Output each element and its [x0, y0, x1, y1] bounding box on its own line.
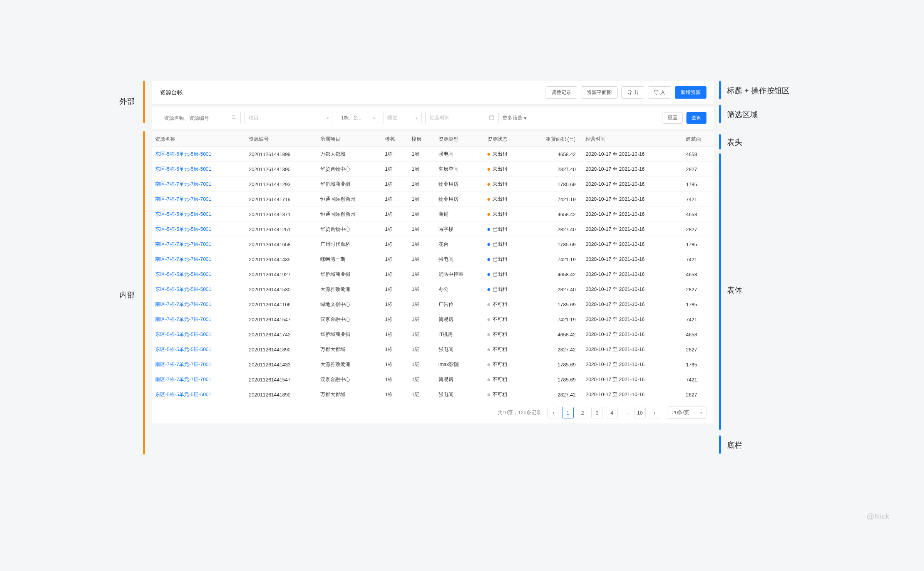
- cell-status: 不可租: [484, 342, 529, 357]
- cell-extra: 4658: [683, 267, 714, 282]
- floor-select[interactable]: 楼层 ▾: [383, 112, 422, 124]
- chevron-down-icon: ▾: [700, 411, 702, 415]
- cell-area: 2827.42: [529, 342, 583, 357]
- resource-name-link[interactable]: 南区-7栋-7单元-7层-7001: [155, 181, 211, 187]
- pager-page[interactable]: 1: [562, 407, 574, 418]
- resource-name-link[interactable]: 东区-5栋-5单元-5层-5001: [155, 286, 211, 292]
- table-row: 东区-5栋-5单元-5层-5001202011261441371恒通国际创新园1…: [152, 207, 714, 222]
- resource-name-link[interactable]: 东区-5栋-5单元-5层-5001: [155, 211, 211, 217]
- building-select[interactable]: 1栋、2… ▾: [337, 112, 379, 124]
- resource-name-link[interactable]: 东区-5栋-5单元-5层-5001: [155, 151, 211, 157]
- watermark: @Nick: [867, 512, 889, 521]
- cell-extra: 2827: [683, 282, 714, 297]
- resource-name-link[interactable]: 东区-5栋-5单元-5层-5001: [155, 166, 211, 172]
- cell-building: 1栋: [382, 297, 409, 312]
- cell-extra: 7421.: [683, 372, 714, 387]
- building-value: 1栋、2…: [341, 114, 362, 121]
- resource-name-link[interactable]: 东区-5栋-5单元-5层-5001: [155, 271, 211, 277]
- cell-code: 202011261441371: [246, 207, 317, 222]
- cell-code: 202011261441251: [246, 222, 317, 237]
- cell-project: 万都大都城: [317, 147, 382, 162]
- cell-status: 不可租: [484, 327, 529, 342]
- cell-period: 2020-10-17 至 2021-10-16: [583, 297, 683, 312]
- chevron-down-icon: ▾: [327, 116, 329, 120]
- cell-status: 不可租: [484, 297, 529, 312]
- status-dot: [487, 363, 490, 366]
- cell-code: 202011261441890: [246, 342, 317, 357]
- resource-name-link[interactable]: 东区-5栋-5单元-5层-5001: [155, 226, 211, 232]
- cell-type: IT机房: [435, 327, 484, 342]
- resource-name-link[interactable]: 东区-5栋-5单元-5层-5001: [155, 346, 211, 352]
- col-header: 楼栋: [382, 132, 409, 147]
- add-resource-button[interactable]: 新增资源: [675, 86, 706, 99]
- col-header: 资源名称: [152, 132, 246, 147]
- col-header: 租赁面积 (㎡): [529, 132, 583, 147]
- cell-area: 4658.42: [529, 147, 583, 162]
- resource-name-link[interactable]: 南区-7栋-7单元-7层-7001: [155, 241, 211, 247]
- table-head: 资源名称资源编号所属项目楼栋楼层资源类型资源状态租赁面积 (㎡)经营时间建筑面: [152, 132, 714, 147]
- cell-code: 202011261441927: [246, 267, 317, 282]
- table-row: 东区-5栋-5单元-5层-5001202011261441742华侨城商业街1栋…: [152, 327, 714, 342]
- cell-area: 1785.69: [529, 177, 583, 192]
- table-row: 东区-5栋-5单元-5层-5001202011261441890万都大都城1栋1…: [152, 387, 714, 402]
- cell-code: 202011261441435: [246, 252, 317, 267]
- table-row: 南区-7栋-7单元-7层-7001202011261441658广州时代廊桥1栋…: [152, 237, 714, 252]
- resource-name-link[interactable]: 东区-5栋-5单元-5层-5001: [155, 331, 211, 337]
- page-size-select[interactable]: 20条/页 ▾: [668, 406, 706, 419]
- cell-building: 1栋: [382, 387, 409, 402]
- cell-code: 202011261441719: [246, 192, 317, 207]
- cell-project: 大源雅致鹭洲: [317, 357, 382, 372]
- cell-area: 2827.40: [529, 162, 583, 177]
- table-row: 南区-7栋-7单元-7层-7001202011261441435螺蛳湾一期1栋1…: [152, 252, 714, 267]
- cell-floor: 1层: [408, 252, 435, 267]
- page-title: 资源台帐: [160, 89, 183, 96]
- resource-name-link[interactable]: 南区-7栋-7单元-7层-7001: [155, 196, 211, 202]
- cell-status: 已出租: [484, 222, 529, 237]
- pager-last[interactable]: 10: [634, 407, 646, 418]
- cell-extra: 1785.: [683, 177, 714, 192]
- resource-name-link[interactable]: 南区-7栋-7单元-7层-7001: [155, 301, 211, 307]
- ann-filter: 筛选区域: [727, 109, 758, 120]
- cell-status: 未出租: [484, 147, 529, 162]
- cell-project: 万都大都城: [317, 387, 382, 402]
- query-button[interactable]: 查询: [686, 112, 706, 124]
- cell-extra: 7421.: [683, 192, 714, 207]
- cell-type: 简易房: [435, 372, 484, 387]
- export-button[interactable]: 导 出: [621, 86, 644, 99]
- resource-name-link[interactable]: 南区-7栋-7单元-7层-7001: [155, 361, 211, 367]
- resource-name-link[interactable]: 东区-5栋-5单元-5层-5001: [155, 391, 211, 397]
- more-filters-toggle[interactable]: 更多筛选 ▾: [502, 114, 527, 121]
- import-button[interactable]: 导 入: [648, 86, 671, 99]
- pager-page[interactable]: 3: [591, 407, 603, 418]
- resource-name-link[interactable]: 南区-7栋-7单元-7层-7001: [155, 376, 211, 382]
- project-select[interactable]: 项目 ▾: [244, 112, 333, 124]
- pager-ellipsis: ···: [624, 410, 631, 416]
- floor-plan-button[interactable]: 资源平面图: [581, 86, 618, 99]
- cell-building: 1栋: [382, 327, 409, 342]
- cell-status: 不可租: [484, 312, 529, 327]
- status-dot: [487, 303, 490, 306]
- cell-project: 螺蛳湾一期: [317, 252, 382, 267]
- cell-project: 绿地文创中心: [317, 297, 382, 312]
- cell-status: 未出租: [484, 177, 529, 192]
- cell-area: 4658.42: [529, 267, 583, 282]
- resource-name-link[interactable]: 南区-7栋-7单元-7层-7001: [155, 316, 211, 322]
- cell-status: 不可租: [484, 372, 529, 387]
- cell-project: 华侨城商业街: [317, 327, 382, 342]
- pager-page[interactable]: 4: [606, 407, 618, 418]
- cell-type: 强电间: [435, 252, 484, 267]
- search-icon[interactable]: [229, 115, 236, 121]
- ann-tbody: 表体: [727, 285, 742, 296]
- reset-button[interactable]: 重置: [663, 112, 683, 124]
- adjust-log-button[interactable]: 调整记录: [546, 86, 577, 99]
- time-range-input[interactable]: 经营时间: [425, 112, 499, 124]
- cell-project: 华侨城商业街: [317, 267, 382, 282]
- pager-next[interactable]: ›: [649, 407, 660, 418]
- resource-name-link[interactable]: 南区-7栋-7单元-7层-7001: [155, 256, 211, 262]
- status-dot: [487, 153, 490, 156]
- pager-page[interactable]: 2: [577, 407, 588, 418]
- pager-prev[interactable]: ‹: [547, 407, 559, 418]
- search-input[interactable]: [164, 115, 227, 121]
- table-row: 南区-7栋-7单元-7层-7001202011261441106绿地文创中心1栋…: [152, 297, 714, 312]
- cell-status: 已出租: [484, 237, 529, 252]
